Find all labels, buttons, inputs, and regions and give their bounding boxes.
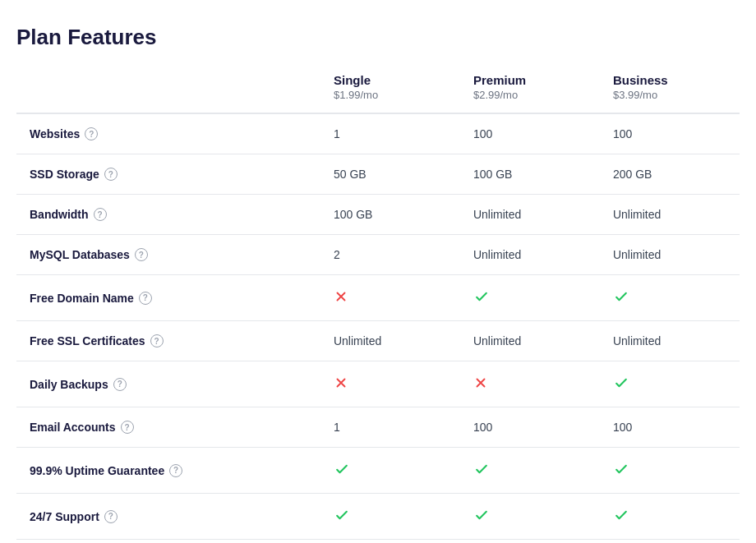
- plan-features-container: Plan Features Single $1.99/mo Premium $2…: [0, 0, 756, 543]
- feature-value-text: 1: [334, 127, 340, 140]
- table-row: Websites?1100100: [16, 113, 740, 154]
- feature-value-text: 1: [334, 421, 340, 434]
- feature-value-plan-1: [460, 494, 600, 540]
- feature-name: 99.9% Uptime Guarantee: [30, 464, 164, 477]
- feature-value-plan-2: 100: [600, 113, 740, 154]
- feature-label-cell: Websites?: [16, 113, 320, 154]
- help-icon[interactable]: ?: [104, 510, 118, 523]
- page-title: Plan Features: [16, 16, 740, 65]
- feature-value-plan-2: Unlimited: [600, 321, 740, 361]
- feature-label-cell: 24/7 Support?: [16, 494, 320, 540]
- help-icon[interactable]: ?: [169, 464, 182, 477]
- feature-value-plan-2: Unlimited: [600, 235, 740, 275]
- feature-value-plan-0: [320, 494, 460, 540]
- feature-value-plan-0: 2: [320, 235, 460, 275]
- help-icon[interactable]: ?: [121, 421, 134, 434]
- feature-value-plan-0: 1: [320, 407, 460, 448]
- feature-name: SSD Storage: [30, 168, 99, 181]
- feature-name: Free Domain Name: [30, 292, 134, 305]
- table-row: Free SSL Certificates?UnlimitedUnlimited…: [16, 321, 740, 361]
- feature-name: Websites: [30, 127, 80, 140]
- feature-name: 24/7 Support: [30, 510, 99, 523]
- feature-value-plan-0: [320, 540, 460, 544]
- feature-value-text: Unlimited: [613, 248, 661, 261]
- feature-value-plan-1: Unlimited: [460, 235, 600, 275]
- feature-value-text: Unlimited: [473, 208, 521, 221]
- help-icon[interactable]: ?: [150, 334, 164, 347]
- feature-value-plan-2: [600, 494, 740, 540]
- feature-value-plan-0: Unlimited: [320, 321, 460, 361]
- check-icon: [613, 375, 629, 391]
- table-row: Free Domain Name?: [16, 275, 740, 321]
- table-header-row: Single $1.99/mo Premium $2.99/mo Busines…: [16, 65, 740, 113]
- feature-value-plan-1: [460, 361, 600, 407]
- feature-label-cell: Free SSL Certificates?: [16, 321, 320, 361]
- feature-column-header: [16, 65, 320, 113]
- feature-name: Bandwidth: [30, 208, 89, 221]
- feature-value-plan-2: [600, 361, 740, 407]
- feature-value-plan-1: [460, 540, 600, 544]
- feature-value-plan-1: [460, 448, 600, 494]
- table-row: 99.9% Uptime Guarantee?: [16, 448, 740, 494]
- feature-name: MySQL Databases: [30, 248, 130, 261]
- table-row: Daily Backups?: [16, 361, 740, 407]
- help-icon[interactable]: ?: [113, 378, 127, 391]
- feature-value-text: Unlimited: [613, 334, 661, 347]
- help-icon[interactable]: ?: [104, 168, 118, 181]
- feature-value-plan-1: [460, 275, 600, 321]
- feature-value-text: 100: [473, 127, 492, 140]
- feature-value-text: 100 GB: [334, 208, 372, 221]
- features-table: Single $1.99/mo Premium $2.99/mo Busines…: [16, 65, 740, 543]
- feature-label-cell: MySQL Databases?: [16, 235, 320, 275]
- feature-value-plan-0: [320, 361, 460, 407]
- feature-name: Daily Backups: [30, 378, 108, 391]
- feature-value-plan-2: 200 GB: [600, 154, 740, 195]
- feature-label-cell: Daily Backups?: [16, 361, 320, 407]
- feature-value-plan-0: 1: [320, 113, 460, 154]
- feature-value-plan-0: 50 GB: [320, 154, 460, 195]
- feature-value-plan-1: Unlimited: [460, 321, 600, 361]
- check-icon: [613, 461, 629, 477]
- feature-value-plan-0: 100 GB: [320, 195, 460, 235]
- feature-value-plan-0: [320, 448, 460, 494]
- cross-icon: [334, 289, 348, 304]
- feature-value-plan-1: 100: [460, 113, 600, 154]
- feature-value-text: 100: [613, 421, 632, 434]
- check-icon: [473, 461, 490, 477]
- cross-icon: [473, 375, 488, 390]
- feature-value-plan-2: [600, 275, 740, 321]
- feature-label-cell: Powerful Control Panel?: [16, 540, 320, 544]
- feature-value-text: 200 GB: [613, 168, 652, 181]
- plan-business-header: Business $3.99/mo: [600, 65, 740, 113]
- feature-value-text: 50 GB: [334, 168, 366, 181]
- feature-value-plan-2: Unlimited: [600, 195, 740, 235]
- feature-value-text: Unlimited: [473, 248, 521, 261]
- help-icon[interactable]: ?: [94, 208, 107, 221]
- cross-icon: [334, 375, 348, 390]
- table-row: SSD Storage?50 GB100 GB200 GB: [16, 154, 740, 195]
- table-row: 24/7 Support?: [16, 494, 740, 540]
- feature-label-cell: Free Domain Name?: [16, 275, 320, 321]
- help-icon[interactable]: ?: [139, 292, 152, 305]
- feature-value-text: 2: [334, 248, 340, 261]
- feature-value-text: Unlimited: [473, 334, 521, 347]
- check-icon: [613, 507, 629, 523]
- check-icon: [613, 288, 629, 305]
- table-row: MySQL Databases?2UnlimitedUnlimited: [16, 235, 740, 275]
- feature-name: Email Accounts: [30, 421, 116, 434]
- feature-value-plan-2: [600, 448, 740, 494]
- feature-value-plan-1: Unlimited: [460, 195, 600, 235]
- feature-value-text: 100: [473, 421, 492, 434]
- feature-value-text: Unlimited: [613, 208, 661, 221]
- feature-label-cell: SSD Storage?: [16, 154, 320, 195]
- table-row: Bandwidth?100 GBUnlimitedUnlimited: [16, 195, 740, 235]
- feature-value-text: 100: [613, 127, 632, 140]
- check-icon: [334, 507, 350, 523]
- help-icon[interactable]: ?: [135, 248, 148, 261]
- help-icon[interactable]: ?: [85, 127, 98, 140]
- check-icon: [473, 507, 490, 523]
- feature-value-text: 100 GB: [473, 168, 512, 181]
- feature-value-text: Unlimited: [334, 334, 381, 347]
- feature-value-plan-0: [320, 275, 460, 321]
- plan-single-header: Single $1.99/mo: [320, 65, 460, 113]
